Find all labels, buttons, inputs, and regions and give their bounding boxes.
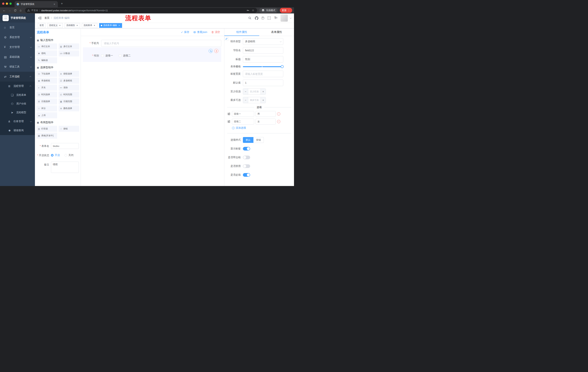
- clear-button[interactable]: 清空: [211, 30, 220, 34]
- phone-field[interactable]: 手机号: [83, 40, 221, 47]
- palette-item-switch[interactable]: ◐开关: [36, 85, 57, 91]
- max-select-input[interactable]: [248, 97, 261, 103]
- palette-item-cascader[interactable]: ⋔级联选择: [59, 71, 79, 77]
- required-switch[interactable]: [243, 173, 250, 177]
- drag-handle-icon[interactable]: [227, 120, 231, 123]
- label-width-input[interactable]: [243, 71, 283, 77]
- field-name-input[interactable]: [243, 47, 283, 54]
- palette-item-color-picker[interactable]: ⊛颜色选择: [59, 105, 79, 111]
- user-menu-caret-icon[interactable]: [290, 17, 292, 19]
- doc-link-icon[interactable]: [224, 37, 228, 41]
- tag-close-icon[interactable]: ×: [76, 24, 78, 27]
- palette-item-upload[interactable]: ☁上传: [36, 112, 57, 118]
- tag-home[interactable]: 首页: [38, 23, 45, 28]
- sidebar-item-process-management[interactable]: ≣ 流程管理: [0, 82, 35, 91]
- browser-tab[interactable]: 芋道管理系统 ×: [15, 1, 58, 7]
- gender-field-selected[interactable]: 性别 选项一 选项二: [83, 47, 221, 62]
- palette-item-editor[interactable]: ✎编辑器: [36, 57, 57, 63]
- hamburger-icon[interactable]: [38, 16, 42, 20]
- home-button[interactable]: ⌂: [18, 8, 23, 13]
- user-avatar[interactable]: [281, 14, 288, 22]
- sidebar-item-dev-tools[interactable]: ⚒ 研发工具: [0, 62, 35, 72]
- option-style-default-button[interactable]: 默认: [243, 137, 253, 143]
- palette-item-rate[interactable]: ☆评分: [36, 105, 57, 111]
- slider-handle[interactable]: [281, 65, 284, 68]
- update-button[interactable]: 更新 ⋮: [280, 8, 292, 13]
- option-label-input[interactable]: [232, 119, 254, 125]
- sidebar-item-user-group[interactable]: ⚇ 用户分组: [0, 99, 35, 108]
- increase-button[interactable]: +: [261, 97, 266, 103]
- save-button[interactable]: ✓ 保存: [181, 30, 189, 34]
- palette-item-date-picker[interactable]: ⊞日期选择: [36, 98, 57, 105]
- tab-component-props[interactable]: 组件属性: [224, 28, 259, 36]
- help-icon[interactable]: ?: [261, 17, 264, 20]
- gender-option-2-checkbox[interactable]: 选项二: [119, 54, 131, 57]
- tab-form-props[interactable]: 表单属性: [259, 28, 294, 36]
- option-value-input[interactable]: [256, 119, 276, 125]
- decrease-button[interactable]: −: [243, 89, 248, 95]
- sidebar-item-process-form[interactable]: ❏ 流程表单: [0, 91, 35, 99]
- option-style-button-button[interactable]: 按钮: [253, 137, 264, 143]
- github-icon[interactable]: [254, 16, 259, 20]
- reload-button[interactable]: [13, 8, 18, 13]
- delete-widget-button[interactable]: [214, 49, 218, 53]
- tag-close-icon[interactable]: ×: [59, 24, 61, 27]
- palette-item-checkbox-group[interactable]: ☑多选框组: [59, 78, 79, 84]
- copy-widget-button[interactable]: [209, 49, 213, 53]
- tag-process-model[interactable]: 流程模型 ×: [64, 23, 80, 28]
- sidebar-item-payment-management[interactable]: ¥ 支付管理: [0, 42, 35, 52]
- remove-option-button[interactable]: −: [277, 112, 280, 116]
- form-grid-slider[interactable]: [243, 65, 283, 68]
- drag-handle-icon[interactable]: [227, 112, 231, 116]
- sidebar-item-leave-query[interactable]: ☻ 请假查询: [0, 126, 35, 135]
- search-icon[interactable]: [248, 16, 252, 20]
- sidebar-item-process-model[interactable]: ➤ 流程模型: [0, 108, 35, 117]
- browser-menu-icon[interactable]: ⋮: [288, 9, 290, 12]
- show-label-switch[interactable]: [243, 147, 250, 150]
- sidebar-item-workflow[interactable]: ⇄ 工作流程: [0, 72, 35, 82]
- min-select-input[interactable]: [248, 89, 261, 95]
- palette-item-time-range[interactable]: ◴时间范围: [59, 92, 79, 97]
- new-tab-button[interactable]: +: [59, 1, 64, 6]
- font-size-icon[interactable]: TT: [274, 16, 278, 20]
- decrease-button[interactable]: −: [243, 97, 248, 103]
- with-border-switch[interactable]: [243, 156, 250, 159]
- remark-textarea[interactable]: 嘿嘿: [51, 162, 79, 173]
- add-option-button[interactable]: + 添加选项: [232, 126, 291, 130]
- window-close-button[interactable]: [2, 2, 4, 5]
- palette-item-single-line-text[interactable]: ▭单行文本: [36, 43, 57, 50]
- tag-close-icon[interactable]: ×: [118, 24, 120, 27]
- palette-item-table[interactable]: ▦表格[开发中]: [36, 133, 57, 139]
- palette-item-password[interactable]: ✱密码: [36, 50, 57, 56]
- title-input[interactable]: [243, 56, 283, 63]
- palette-item-button[interactable]: ☝按钮: [59, 126, 79, 132]
- gender-option-1-checkbox[interactable]: 选项一: [101, 54, 113, 57]
- sidebar-item-home[interactable]: ⌂ 首页: [0, 22, 35, 32]
- status-on-radio[interactable]: 开启: [51, 154, 60, 157]
- palette-item-slider[interactable]: ⊷滑块: [59, 85, 79, 91]
- status-off-radio[interactable]: 关闭: [64, 154, 74, 157]
- back-button[interactable]: ←: [2, 8, 7, 13]
- bookmark-star-icon[interactable]: ☆: [251, 9, 255, 12]
- component-type-select[interactable]: 多选框组: [243, 38, 283, 45]
- palette-item-time-picker[interactable]: ◷时间选择: [36, 92, 57, 97]
- palette-item-counter[interactable]: 123计数器: [59, 50, 79, 56]
- palette-item-row-container[interactable]: ▥行容器: [36, 126, 57, 132]
- window-zoom-button[interactable]: [10, 2, 12, 5]
- disabled-switch[interactable]: [243, 164, 250, 168]
- sidebar-item-infrastructure[interactable]: ▤ 基础设施: [0, 52, 35, 62]
- forward-button[interactable]: →: [7, 8, 12, 13]
- tag-process-form[interactable]: 流程表单 ×: [82, 23, 97, 28]
- view-json-button[interactable]: 查看json: [193, 30, 207, 34]
- tag-close-icon[interactable]: ×: [93, 24, 96, 27]
- breadcrumb-home[interactable]: 首页: [44, 16, 50, 20]
- option-value-input[interactable]: [256, 111, 276, 117]
- palette-item-date-range[interactable]: ▦日期范围: [59, 98, 79, 105]
- sidebar-item-system-management[interactable]: ⚙ 系统管理: [0, 32, 35, 42]
- increase-button[interactable]: +: [261, 89, 266, 95]
- fullscreen-icon[interactable]: [267, 16, 271, 20]
- form-name-input[interactable]: [51, 143, 79, 149]
- tag-process-definition[interactable]: 流程定义 ×: [47, 23, 63, 28]
- palette-item-select[interactable]: ⊙下拉选择: [36, 71, 57, 77]
- phone-input[interactable]: [101, 40, 221, 47]
